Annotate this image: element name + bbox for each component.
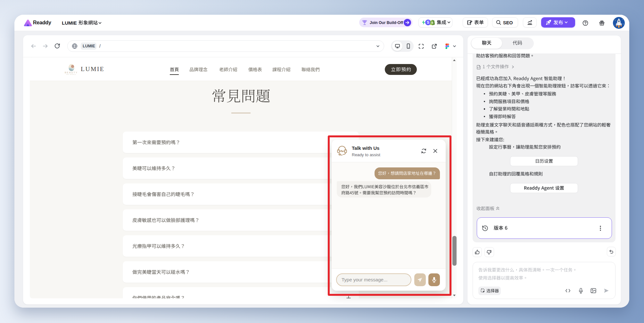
svg-text:S: S [432, 21, 433, 24]
